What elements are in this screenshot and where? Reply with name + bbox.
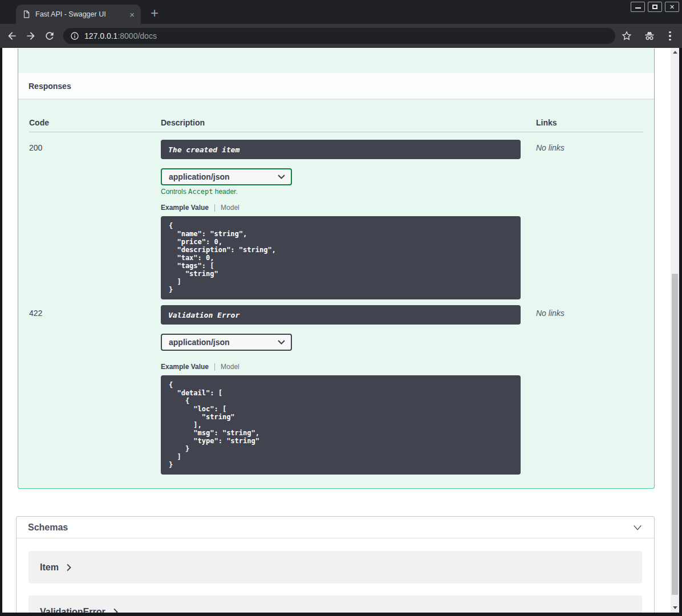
example-json-200: { "name": "string", "price": 0, "descrip…: [161, 216, 521, 299]
col-header-description: Description: [161, 118, 536, 127]
scroll-down-button[interactable]: [671, 603, 679, 611]
response-code: 422: [29, 305, 161, 475]
opblock-spacer: [18, 48, 654, 73]
reload-button[interactable]: [43, 29, 56, 43]
url-path: :8000/docs: [117, 31, 157, 40]
tab-model[interactable]: Model: [221, 363, 239, 371]
model-validationerror[interactable]: ValidationError: [29, 595, 642, 613]
example-json-422: { "detail": [ { "loc": [ "string" ], "ms…: [161, 375, 521, 475]
window-maximize-button[interactable]: [648, 2, 662, 12]
reload-icon: [44, 30, 55, 42]
window-minimize-button[interactable]: [631, 2, 645, 12]
response-links: No links: [536, 305, 643, 475]
tab-separator: [214, 204, 215, 212]
responses-section-header: Responses: [18, 73, 654, 99]
tab-close-icon[interactable]: ×: [128, 10, 136, 19]
scrollbar-thumb[interactable]: [672, 274, 678, 595]
scroll-up-icon: [673, 51, 677, 54]
chevron-down-icon: [278, 340, 285, 345]
controls-accept-note: Controls Accept header.: [161, 188, 536, 196]
url-text: 127.0.0.1:8000/docs: [84, 31, 157, 40]
browser-tab[interactable]: Fast API - Swagger UI ×: [16, 5, 141, 24]
scroll-down-icon: [673, 606, 677, 609]
schemas-header[interactable]: Schemas: [17, 517, 654, 538]
profile-incognito-badge[interactable]: [643, 29, 656, 43]
example-model-tabs: Example Value Model: [161, 362, 536, 372]
back-icon: [6, 30, 18, 42]
minimize-icon: [635, 7, 641, 9]
media-type-select[interactable]: application/json: [161, 168, 292, 185]
col-header-links: Links: [536, 118, 643, 127]
close-icon: ×: [669, 3, 674, 11]
col-header-code: Code: [29, 118, 161, 127]
incognito-icon: [643, 30, 656, 42]
responses-panel: Responses Code Description Links 200 The…: [18, 48, 655, 489]
menu-dot-icon: [669, 31, 671, 34]
model-item[interactable]: Item: [29, 551, 642, 583]
schemas-title: Schemas: [28, 522, 68, 533]
response-description-cell: The created item application/json Contro…: [161, 140, 536, 299]
page-favicon-icon: [22, 10, 30, 19]
response-links: No links: [536, 140, 643, 299]
schemas-body: Item ValidationError: [17, 538, 654, 613]
maximize-icon: [652, 5, 657, 9]
menu-dot-icon: [669, 35, 671, 37]
tab-separator: [214, 363, 215, 371]
response-row-422: 422 Validation Error application/json Ex…: [29, 299, 643, 475]
tab-title: Fast API - Swagger UI: [35, 10, 128, 18]
site-info-icon[interactable]: [70, 31, 79, 40]
tab-example-value[interactable]: Example Value: [161, 204, 209, 212]
page-scrollbar[interactable]: [671, 48, 679, 613]
media-type-select[interactable]: application/json: [161, 334, 292, 351]
scroll-up-button[interactable]: [671, 48, 679, 56]
new-tab-button[interactable]: +: [147, 6, 162, 21]
browser-toolbar: 127.0.0.1:8000/docs: [0, 24, 682, 48]
tab-model[interactable]: Model: [221, 204, 239, 212]
response-row-200: 200 The created item application/json Co…: [29, 132, 643, 299]
response-description: Validation Error: [161, 305, 521, 325]
responses-table-header: Code Description Links: [29, 99, 643, 132]
chevron-right-icon: [113, 608, 119, 613]
menu-dot-icon: [669, 39, 671, 41]
url-host: 127.0.0.1: [84, 31, 117, 40]
forward-button[interactable]: [24, 29, 38, 43]
bookmark-button[interactable]: [620, 29, 634, 43]
address-bar[interactable]: 127.0.0.1:8000/docs: [63, 28, 615, 44]
response-description: The created item: [161, 140, 521, 159]
browser-menu-button[interactable]: [663, 29, 677, 43]
response-code: 200: [29, 140, 161, 299]
back-button[interactable]: [5, 29, 19, 43]
tab-example-value[interactable]: Example Value: [161, 363, 209, 371]
chevron-down-icon: [278, 175, 285, 179]
window-controls: ×: [628, 2, 679, 12]
browser-titlebar: Fast API - Swagger UI × + ×: [0, 0, 682, 24]
swagger-page: Responses Code Description Links 200 The…: [2, 48, 671, 613]
responses-title: Responses: [29, 82, 71, 91]
star-icon: [621, 30, 632, 42]
forward-icon: [25, 30, 36, 42]
responses-table: Code Description Links 200 The created i…: [18, 99, 654, 475]
chevron-right-icon: [66, 564, 72, 572]
window-close-button[interactable]: ×: [665, 2, 679, 12]
chevron-down-icon[interactable]: [632, 522, 643, 533]
response-description-cell: Validation Error application/json Exampl…: [161, 305, 536, 475]
example-model-tabs: Example Value Model: [161, 202, 536, 213]
schemas-panel: Schemas Item ValidationError: [16, 516, 655, 613]
